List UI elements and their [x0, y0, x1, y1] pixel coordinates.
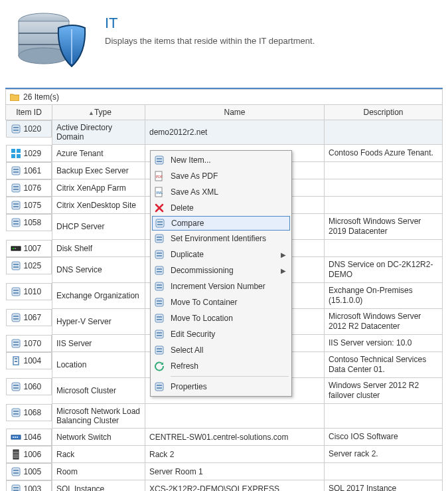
disk-shelf-icon — [11, 243, 21, 254]
svg-point-25 — [13, 248, 14, 249]
svg-rect-93 — [155, 330, 163, 338]
context-menu-item[interactable]: PDFSave As PDF — [152, 168, 290, 184]
select-all-icon — [153, 344, 165, 356]
cell-type: Disk Shelf — [52, 240, 145, 257]
context-menu-item[interactable]: Set Environment Identifiers — [152, 231, 290, 246]
context-menu-item[interactable]: XMLSave As XML — [152, 184, 290, 200]
cell-type: DNS Service — [52, 257, 145, 283]
duplicate-icon — [153, 248, 165, 260]
svg-rect-15 — [12, 184, 20, 192]
svg-rect-73 — [157, 221, 163, 223]
svg-rect-35 — [13, 318, 19, 320]
cell-type: Backup Exec Server — [52, 162, 145, 179]
cell-type: Location — [52, 352, 145, 378]
cell-description: Contoso Technical Services Data Center 0… — [325, 352, 443, 378]
cell-id: 1046 — [24, 433, 42, 442]
column-header-type[interactable]: ▲Type — [52, 105, 145, 120]
context-menu-item[interactable]: Move To Container — [152, 294, 290, 310]
svg-rect-41 — [15, 361, 17, 362]
context-menu-item[interactable]: Select All — [152, 342, 290, 358]
increment-icon — [153, 280, 165, 292]
svg-point-26 — [15, 248, 16, 249]
svg-rect-43 — [13, 385, 19, 386]
cell-type: DHCP Server — [52, 214, 145, 240]
cell-id: 1007 — [24, 244, 42, 253]
context-menu-label: Edit Security — [171, 330, 286, 339]
cell-description: Cisco IOS Software — [325, 429, 443, 446]
context-menu-item[interactable]: Properties — [152, 379, 290, 395]
context-menu-item[interactable]: Move To Location — [152, 310, 290, 326]
context-menu-item[interactable]: Increment Version Number — [152, 278, 290, 294]
context-menu-item[interactable]: Compare — [152, 216, 290, 231]
cell-type: Rack — [52, 446, 145, 463]
sql-icon — [11, 484, 21, 492]
svg-rect-96 — [155, 346, 163, 354]
dhcp-icon — [11, 217, 21, 228]
cell-description: Microsoft Windows Server 2019 Datacenter — [325, 214, 443, 240]
citrix-icon — [11, 183, 21, 193]
context-menu-item[interactable]: Edit Security — [152, 326, 290, 342]
svg-rect-58 — [13, 472, 19, 474]
cell-id: 1058 — [24, 218, 42, 227]
citrix-icon — [11, 200, 21, 211]
context-menu-label: Decommissioning — [171, 266, 275, 275]
cell-name: demo2012r2.net — [145, 120, 325, 145]
cell-description — [325, 179, 443, 197]
svg-rect-21 — [12, 219, 20, 227]
cell-type: Microsoft Cluster — [52, 378, 145, 404]
svg-rect-19 — [13, 203, 19, 205]
table-row[interactable]: 1006RackRack 2Server rack 2. — [6, 446, 443, 463]
svg-rect-38 — [13, 344, 19, 345]
context-menu: New Item...PDFSave As PDFXMLSave As XMLD… — [150, 150, 292, 397]
cell-type: IIS Server — [52, 335, 145, 352]
xml-icon: XML — [153, 186, 165, 198]
cell-description: Microsoft Windows Server 2012 R2 Datacen… — [325, 309, 443, 335]
cell-id: 1075 — [24, 201, 42, 210]
pdf-icon: PDF — [153, 170, 165, 182]
cell-name — [145, 404, 325, 429]
svg-rect-37 — [13, 342, 19, 343]
svg-rect-8 — [11, 149, 15, 153]
column-header-description[interactable]: Description — [325, 105, 443, 120]
table-row[interactable]: 1046Network SwitchCENTREL-SW01.centrel-s… — [6, 429, 443, 446]
cell-description: Server rack 2. — [325, 446, 443, 463]
context-menu-item[interactable]: Delete — [152, 200, 290, 216]
move-location-icon — [153, 312, 165, 324]
cell-type: Room — [52, 463, 145, 480]
svg-rect-81 — [155, 266, 163, 274]
column-header-name[interactable]: Name — [145, 105, 325, 120]
compare-icon — [154, 217, 166, 229]
context-menu-item[interactable]: Duplicate▶ — [152, 246, 290, 262]
context-menu-label: Move To Container — [171, 298, 286, 307]
svg-rect-97 — [157, 348, 162, 349]
table-row[interactable]: 1003SQL InstanceXCS-2K12R2-DEMO\SQLEXPRE… — [6, 480, 443, 492]
table-row[interactable]: 1020Active Directory Domaindemo2012r2.ne… — [6, 120, 443, 145]
svg-rect-49 — [13, 437, 14, 438]
svg-rect-10 — [11, 154, 15, 158]
cell-id: 1061 — [24, 166, 42, 175]
context-menu-item[interactable]: Decommissioning▶ — [152, 262, 290, 278]
cell-name: XCS-2K12R2-DEMO\SQLEXPRESS — [145, 480, 325, 492]
svg-rect-9 — [17, 149, 21, 153]
context-menu-label: Save As XML — [171, 187, 286, 197]
page-header: IT Displays the items that reside within… — [5, 5, 443, 84]
context-menu-item[interactable]: New Item... — [152, 152, 290, 168]
cell-description — [325, 120, 443, 145]
column-header-id[interactable]: Item ID — [6, 105, 52, 120]
svg-rect-92 — [157, 319, 162, 320]
context-menu-item[interactable]: Refresh — [152, 358, 290, 374]
svg-rect-95 — [157, 335, 162, 336]
svg-rect-20 — [13, 206, 19, 207]
svg-rect-88 — [157, 300, 162, 302]
rack-icon — [11, 449, 21, 460]
table-row[interactable]: 1068Microsoft Network Load Balancing Clu… — [6, 404, 443, 429]
svg-rect-36 — [12, 340, 20, 347]
cell-type: Network Switch — [52, 429, 145, 446]
cell-id: 1070 — [24, 339, 42, 348]
folder-icon — [10, 93, 19, 101]
svg-rect-34 — [13, 316, 19, 317]
context-menu-label: Refresh — [171, 361, 286, 371]
svg-rect-56 — [12, 468, 20, 476]
svg-rect-6 — [13, 127, 19, 128]
table-row[interactable]: 1005RoomServer Room 1 — [6, 463, 443, 480]
